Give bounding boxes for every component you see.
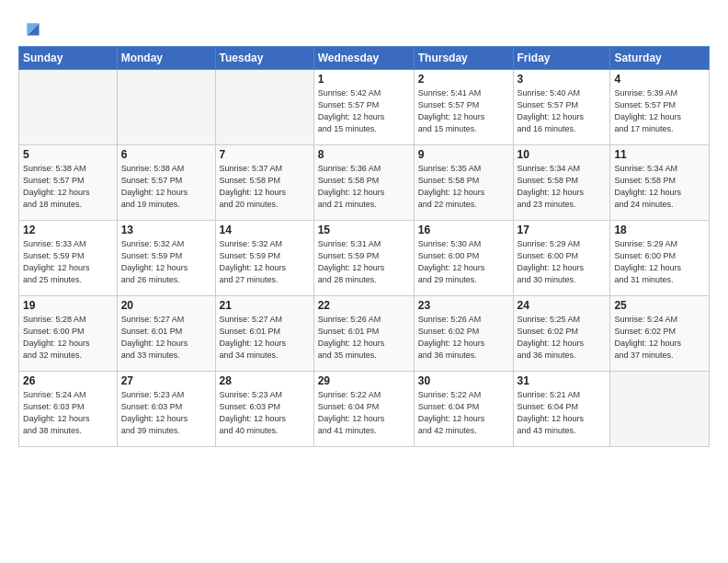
day-info: Sunrise: 5:23 AMSunset: 6:03 PMDaylight:… [220, 389, 310, 437]
calendar-cell: 1Sunrise: 5:42 AMSunset: 5:57 PMDaylight… [313, 70, 414, 145]
day-number: 24 [518, 299, 607, 312]
calendar-cell: 29Sunrise: 5:22 AMSunset: 6:04 PMDayligh… [313, 372, 414, 447]
day-number: 8 [318, 148, 410, 161]
header-row [18, 17, 710, 37]
day-info: Sunrise: 5:38 AMSunset: 5:57 PMDaylight:… [23, 163, 113, 211]
calendar-cell: 13Sunrise: 5:32 AMSunset: 5:59 PMDayligh… [117, 221, 215, 296]
day-info: Sunrise: 5:27 AMSunset: 6:01 PMDaylight:… [121, 314, 211, 362]
calendar-week-4: 19Sunrise: 5:28 AMSunset: 6:00 PMDayligh… [19, 296, 710, 372]
day-number: 16 [418, 224, 509, 236]
calendar-cell: 7Sunrise: 5:37 AMSunset: 5:58 PMDaylight… [215, 145, 313, 221]
calendar-cell: 31Sunrise: 5:21 AMSunset: 6:04 PMDayligh… [513, 372, 610, 447]
calendar-cell: 14Sunrise: 5:32 AMSunset: 5:59 PMDayligh… [215, 221, 313, 296]
calendar-cell: 16Sunrise: 5:30 AMSunset: 6:00 PMDayligh… [414, 221, 513, 296]
calendar-cell: 22Sunrise: 5:26 AMSunset: 6:01 PMDayligh… [313, 296, 414, 372]
calendar-week-5: 26Sunrise: 5:24 AMSunset: 6:03 PMDayligh… [19, 372, 710, 447]
day-info: Sunrise: 5:40 AMSunset: 5:57 PMDaylight:… [518, 87, 607, 135]
page-container: SundayMondayTuesdayWednesdayThursdayFrid… [0, 0, 728, 456]
day-info: Sunrise: 5:38 AMSunset: 5:57 PMDaylight:… [121, 163, 211, 211]
day-number: 28 [220, 374, 310, 387]
day-info: Sunrise: 5:21 AMSunset: 6:04 PMDaylight:… [518, 389, 607, 437]
day-info: Sunrise: 5:35 AMSunset: 5:58 PMDaylight:… [418, 163, 509, 211]
day-info: Sunrise: 5:36 AMSunset: 5:58 PMDaylight:… [318, 163, 410, 211]
weekday-header-wednesday: Wednesday [313, 47, 414, 70]
calendar-cell: 3Sunrise: 5:40 AMSunset: 5:57 PMDaylight… [513, 70, 610, 145]
day-info: Sunrise: 5:24 AMSunset: 6:03 PMDaylight:… [23, 389, 113, 437]
weekday-header-friday: Friday [513, 47, 610, 70]
day-number: 31 [518, 374, 607, 387]
day-number: 25 [614, 299, 705, 312]
day-number: 11 [614, 148, 705, 161]
calendar-cell: 18Sunrise: 5:29 AMSunset: 6:00 PMDayligh… [610, 221, 710, 296]
day-info: Sunrise: 5:31 AMSunset: 5:59 PMDaylight:… [318, 238, 410, 286]
day-number: 26 [23, 374, 113, 387]
calendar-week-3: 12Sunrise: 5:33 AMSunset: 5:59 PMDayligh… [19, 221, 710, 296]
calendar-cell: 12Sunrise: 5:33 AMSunset: 5:59 PMDayligh… [19, 221, 118, 296]
calendar-cell: 9Sunrise: 5:35 AMSunset: 5:58 PMDaylight… [414, 145, 513, 221]
day-info: Sunrise: 5:34 AMSunset: 5:58 PMDaylight:… [614, 163, 705, 211]
day-info: Sunrise: 5:42 AMSunset: 5:57 PMDaylight:… [318, 87, 410, 135]
calendar-cell: 4Sunrise: 5:39 AMSunset: 5:57 PMDaylight… [610, 70, 710, 145]
calendar-cell [215, 70, 313, 145]
logo [18, 17, 40, 37]
day-number: 9 [418, 148, 509, 161]
day-info: Sunrise: 5:32 AMSunset: 5:59 PMDaylight:… [121, 238, 211, 286]
day-number: 22 [318, 299, 410, 312]
calendar-table: SundayMondayTuesdayWednesdayThursdayFrid… [18, 46, 710, 447]
calendar-cell: 8Sunrise: 5:36 AMSunset: 5:58 PMDaylight… [313, 145, 414, 221]
day-number: 17 [518, 224, 607, 236]
day-info: Sunrise: 5:29 AMSunset: 6:00 PMDaylight:… [614, 238, 705, 286]
day-number: 2 [418, 73, 509, 86]
day-number: 3 [518, 73, 607, 86]
day-number: 20 [121, 299, 211, 312]
calendar-cell: 5Sunrise: 5:38 AMSunset: 5:57 PMDaylight… [19, 145, 118, 221]
weekday-header-thursday: Thursday [414, 47, 513, 70]
weekday-header-monday: Monday [117, 47, 215, 70]
day-number: 13 [121, 224, 211, 236]
day-info: Sunrise: 5:26 AMSunset: 6:01 PMDaylight:… [318, 314, 410, 362]
calendar-week-2: 5Sunrise: 5:38 AMSunset: 5:57 PMDaylight… [19, 145, 710, 221]
day-number: 5 [23, 148, 113, 161]
day-number: 29 [318, 374, 410, 387]
calendar-cell: 17Sunrise: 5:29 AMSunset: 6:00 PMDayligh… [513, 221, 610, 296]
day-number: 12 [23, 224, 113, 236]
calendar-cell [610, 372, 710, 447]
calendar-cell: 2Sunrise: 5:41 AMSunset: 5:57 PMDaylight… [414, 70, 513, 145]
day-number: 10 [518, 148, 607, 161]
calendar-cell: 6Sunrise: 5:38 AMSunset: 5:57 PMDaylight… [117, 145, 215, 221]
day-info: Sunrise: 5:22 AMSunset: 6:04 PMDaylight:… [418, 389, 509, 437]
day-info: Sunrise: 5:28 AMSunset: 6:00 PMDaylight:… [23, 314, 113, 362]
weekday-header-sunday: Sunday [19, 47, 118, 70]
calendar-cell: 21Sunrise: 5:27 AMSunset: 6:01 PMDayligh… [215, 296, 313, 372]
calendar-cell: 24Sunrise: 5:25 AMSunset: 6:02 PMDayligh… [513, 296, 610, 372]
day-info: Sunrise: 5:25 AMSunset: 6:02 PMDaylight:… [518, 314, 607, 362]
calendar-cell: 30Sunrise: 5:22 AMSunset: 6:04 PMDayligh… [414, 372, 513, 447]
calendar-cell: 10Sunrise: 5:34 AMSunset: 5:58 PMDayligh… [513, 145, 610, 221]
weekday-header-tuesday: Tuesday [215, 47, 313, 70]
calendar-cell [19, 70, 118, 145]
day-number: 19 [23, 299, 113, 312]
day-info: Sunrise: 5:24 AMSunset: 6:02 PMDaylight:… [614, 314, 705, 362]
calendar-cell: 23Sunrise: 5:26 AMSunset: 6:02 PMDayligh… [414, 296, 513, 372]
day-info: Sunrise: 5:23 AMSunset: 6:03 PMDaylight:… [121, 389, 211, 437]
calendar-cell: 19Sunrise: 5:28 AMSunset: 6:00 PMDayligh… [19, 296, 118, 372]
weekday-header-row: SundayMondayTuesdayWednesdayThursdayFrid… [19, 47, 710, 70]
day-number: 7 [220, 148, 310, 161]
day-info: Sunrise: 5:30 AMSunset: 6:00 PMDaylight:… [418, 238, 509, 286]
day-number: 15 [318, 224, 410, 236]
calendar-cell: 27Sunrise: 5:23 AMSunset: 6:03 PMDayligh… [117, 372, 215, 447]
day-info: Sunrise: 5:39 AMSunset: 5:57 PMDaylight:… [614, 87, 705, 135]
calendar-cell: 15Sunrise: 5:31 AMSunset: 5:59 PMDayligh… [313, 221, 414, 296]
calendar-cell: 11Sunrise: 5:34 AMSunset: 5:58 PMDayligh… [610, 145, 710, 221]
day-info: Sunrise: 5:32 AMSunset: 5:59 PMDaylight:… [220, 238, 310, 286]
day-info: Sunrise: 5:41 AMSunset: 5:57 PMDaylight:… [418, 87, 509, 135]
day-number: 4 [614, 73, 705, 86]
day-number: 27 [121, 374, 211, 387]
day-number: 6 [121, 148, 211, 161]
day-info: Sunrise: 5:27 AMSunset: 6:01 PMDaylight:… [220, 314, 310, 362]
day-number: 21 [220, 299, 310, 312]
calendar-cell: 28Sunrise: 5:23 AMSunset: 6:03 PMDayligh… [215, 372, 313, 447]
day-info: Sunrise: 5:34 AMSunset: 5:58 PMDaylight:… [518, 163, 607, 211]
logo-icon [20, 17, 40, 37]
day-number: 18 [614, 224, 705, 236]
